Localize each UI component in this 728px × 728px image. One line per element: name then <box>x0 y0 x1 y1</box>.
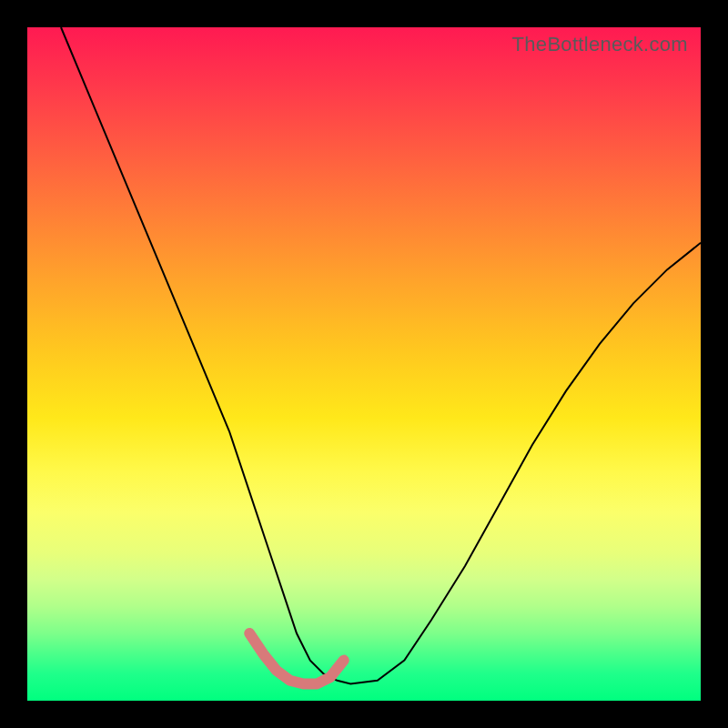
chart-svg <box>27 27 701 701</box>
pink-band <box>249 633 344 684</box>
chart-frame: TheBottleneck.com <box>0 0 728 728</box>
chart-plot-area: TheBottleneck.com <box>27 27 701 701</box>
black-curve <box>61 27 701 684</box>
